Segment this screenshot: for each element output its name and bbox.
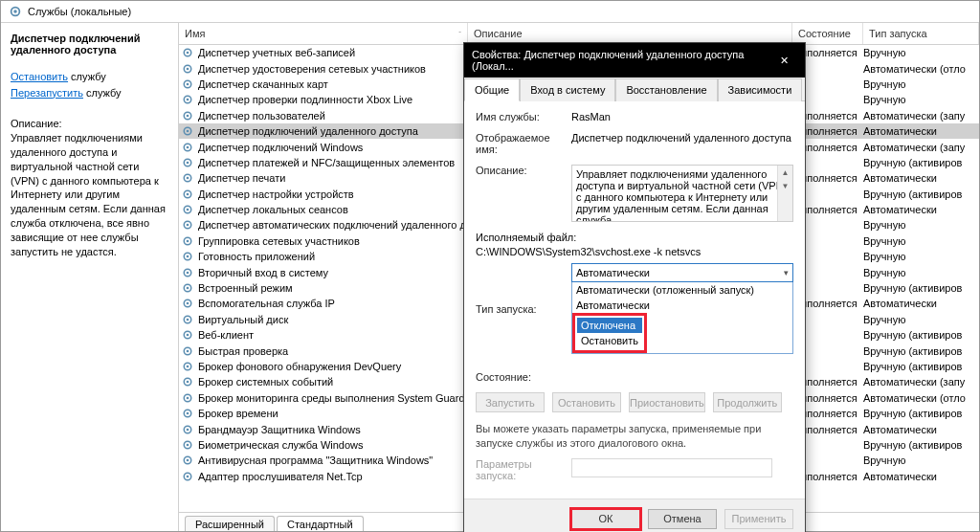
window-title: Службы (локальные): [28, 6, 131, 17]
service-startup: Вручную: [863, 94, 979, 105]
dialog-tabs: Общие Вход в систему Восстановление Зави…: [464, 78, 805, 101]
svg-point-49: [187, 412, 189, 415]
svg-point-15: [187, 145, 189, 148]
opt-auto[interactable]: Автоматически: [572, 298, 792, 313]
gear-icon: [181, 141, 194, 154]
label-params: Параметры запуска:: [476, 458, 571, 481]
stop-link[interactable]: Остановить: [11, 71, 68, 82]
gear-icon: [181, 281, 194, 295]
svg-point-25: [187, 224, 189, 227]
params-input[interactable]: [571, 458, 772, 477]
gear-icon: [181, 391, 194, 405]
window-titlebar: Службы (локальные): [1, 1, 979, 23]
value-executable: C:\WINDOWS\System32\svchost.exe -k netsv…: [476, 246, 701, 257]
service-startup: Вручную (активиров: [863, 282, 979, 294]
service-name: Диспетчер локальных сеансов: [198, 204, 468, 215]
svg-point-57: [187, 475, 189, 477]
description-box[interactable]: Управляет подключениями удаленного досту…: [571, 165, 793, 222]
service-startup: Вручную: [863, 267, 979, 278]
gear-icon: [181, 78, 194, 91]
startup-type-select[interactable]: Автоматически ▾: [571, 263, 793, 282]
label-startup-type: Тип запуска:: [476, 303, 571, 315]
col-state[interactable]: Состояние: [792, 23, 863, 44]
svg-point-39: [187, 334, 189, 337]
service-startup: Вручную: [863, 47, 979, 58]
service-startup: Автоматически: [863, 471, 979, 482]
svg-point-45: [187, 381, 189, 384]
gear-icon: [181, 250, 194, 263]
svg-point-5: [187, 67, 189, 70]
opt-stop[interactable]: Остановить: [577, 333, 642, 348]
tab-standard[interactable]: Стандартный: [277, 516, 364, 531]
service-name: Группировка сетевых участников: [198, 235, 468, 247]
tab-extended[interactable]: Расширенный: [185, 516, 275, 531]
service-startup: Автоматически (отло: [863, 392, 979, 404]
svg-point-53: [187, 444, 189, 447]
service-name: Диспетчер удостоверения сетевых участник…: [198, 63, 468, 75]
restart-link[interactable]: Перезапустить: [11, 87, 83, 99]
col-name[interactable]: Имяˇ: [179, 23, 468, 44]
svg-point-51: [187, 428, 189, 431]
service-name: Диспетчер пользователей: [198, 110, 468, 122]
col-startup[interactable]: Тип запуска: [863, 23, 979, 44]
gear-icon: [181, 454, 194, 467]
service-startup: Вручную (активиров: [863, 157, 979, 168]
dialog-body: Имя службы:RasMan Отображаемое имя:Диспе…: [464, 101, 805, 499]
gear-icon: [181, 297, 194, 310]
service-startup: Автоматически: [863, 204, 979, 215]
opt-disabled[interactable]: Отключена: [577, 318, 642, 333]
svg-point-37: [187, 318, 189, 321]
startup-params-note: Вы можете указать параметры запуска, при…: [476, 422, 793, 451]
action-links: Остановить службу Перезапустить службу: [11, 69, 168, 100]
service-startup: Автоматически (запу: [863, 376, 979, 388]
svg-point-9: [187, 99, 189, 101]
resume-button: Продолжить: [713, 392, 782, 412]
service-startup: Вручную (активиров: [863, 361, 979, 372]
gear-icon: [181, 124, 194, 138]
gear-icon: [181, 470, 194, 483]
service-name: Диспетчер платежей и NFC/защищенных элем…: [198, 157, 468, 168]
gear-icon: [181, 234, 194, 248]
gear-icon: [181, 360, 194, 373]
service-startup: Вручную: [863, 251, 979, 262]
scroll-down-icon[interactable]: ▼: [778, 179, 792, 192]
service-startup: Вручную (активиров: [863, 439, 979, 451]
svg-point-29: [187, 255, 189, 258]
description-heading: Описание:: [11, 118, 168, 129]
opt-auto-delayed[interactable]: Автоматически (отложенный запуск): [572, 282, 792, 298]
service-name: Встроенный режим: [198, 282, 468, 294]
svg-point-23: [187, 209, 189, 211]
dialog-titlebar[interactable]: Свойства: Диспетчер подключений удаленно…: [464, 43, 805, 78]
scroll-up-icon[interactable]: ▲: [778, 166, 792, 179]
svg-point-47: [187, 396, 189, 399]
service-name: Брокер времени: [198, 408, 468, 419]
service-startup: Автоматически: [863, 298, 979, 309]
cancel-button[interactable]: Отмена: [648, 509, 717, 529]
sort-indicator-icon: ˇ: [458, 30, 461, 38]
close-icon[interactable]: ✕: [772, 51, 798, 70]
stop-button: Остановить: [552, 392, 621, 412]
service-startup: Вручную: [863, 219, 979, 231]
service-name: Веб-клиент: [198, 329, 468, 341]
gear-icon: [181, 407, 194, 420]
service-startup: Автоматически: [863, 125, 979, 137]
tab-dependencies[interactable]: Зависимости: [718, 78, 803, 101]
col-description[interactable]: Описание: [468, 23, 792, 44]
service-startup: Автоматически (запу: [863, 142, 979, 153]
tab-recovery[interactable]: Восстановление: [615, 78, 717, 101]
gear-icon: [181, 423, 194, 436]
svg-point-13: [187, 130, 189, 133]
svg-point-11: [187, 114, 189, 117]
svg-point-27: [187, 240, 189, 243]
ok-button[interactable]: ОК: [571, 509, 640, 529]
label-state: Состояние:: [476, 371, 571, 383]
service-startup: Вручную: [863, 454, 979, 466]
value-display-name: Диспетчер подключений удаленного доступа: [571, 132, 793, 144]
properties-dialog: Свойства: Диспетчер подключений удаленно…: [463, 42, 806, 532]
service-startup: Автоматически: [863, 172, 979, 184]
tab-logon[interactable]: Вход в систему: [520, 78, 615, 101]
tab-general[interactable]: Общие: [464, 78, 520, 101]
value-service-name: RasMan: [571, 111, 793, 122]
service-startup: Вручную (активиров: [863, 188, 979, 200]
scrollbar[interactable]: ▲▼: [777, 166, 792, 221]
